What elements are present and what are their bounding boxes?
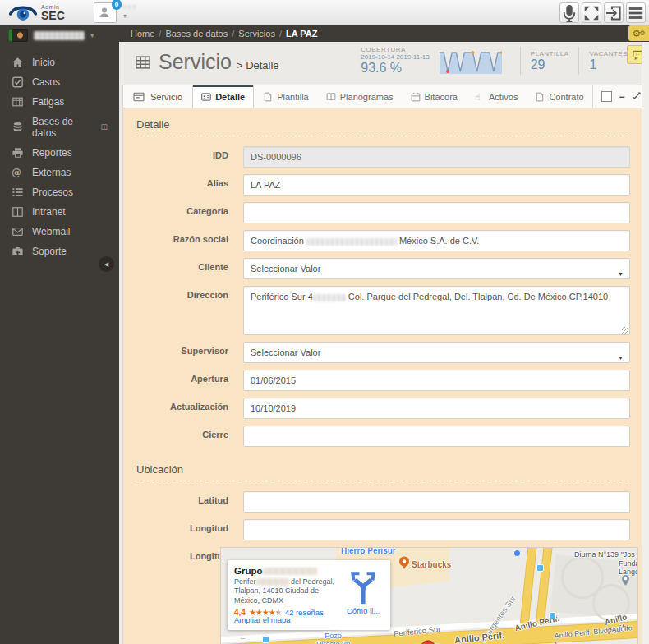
panel-tabbar: Servicio DetallePlantillaPlanogramasBitá… bbox=[123, 85, 642, 108]
tabs: DetallePlantillaPlanogramasBitácora☝Acti… bbox=[192, 85, 591, 108]
field-control: LA PAZ bbox=[243, 174, 630, 196]
table-grid-icon bbox=[134, 54, 152, 71]
checkbox-control[interactable] bbox=[601, 91, 612, 102]
tab-planogramas[interactable]: Planogramas bbox=[317, 85, 402, 108]
field-supervisor-select[interactable]: Seleccionar Valor▼ bbox=[243, 342, 630, 363]
field-control: DS-0000096 bbox=[243, 146, 630, 168]
expand-plus-icon: ⊞ bbox=[101, 123, 108, 131]
person-icon bbox=[98, 6, 111, 19]
field-control: Periférico Sur 4 Col. Parque del Pedrega… bbox=[243, 286, 630, 335]
minimize-panel-icon[interactable]: − bbox=[619, 91, 625, 103]
sidebar-item-fatigas[interactable]: Fatigas bbox=[0, 92, 119, 112]
field-actualizacion-input[interactable]: 10/10/2019 bbox=[243, 398, 630, 419]
sidebar-item-externas[interactable]: @Externas bbox=[0, 163, 119, 182]
user-menu-toggle[interactable]: ▾ bbox=[123, 5, 136, 21]
tab-contrato[interactable]: Contrato bbox=[526, 85, 591, 108]
field-label: Cliente bbox=[136, 258, 243, 279]
location-map[interactable]: ←←←→←Hierro PerisurStarbucksDiurna N°139… bbox=[220, 547, 638, 644]
directions-button[interactable]: Cómo ll... bbox=[344, 568, 382, 615]
breadcrumb-link[interactable]: Bases de datos bbox=[165, 29, 228, 39]
breadcrumb-link[interactable]: Home bbox=[131, 29, 154, 39]
resize-handle-icon[interactable] bbox=[622, 327, 628, 334]
form-row: Razón socialCoordinación México S.A. de … bbox=[136, 230, 630, 251]
menu-button[interactable] bbox=[626, 2, 646, 23]
table-icon bbox=[12, 96, 24, 108]
breadcrumb-link[interactable]: Servicios bbox=[238, 29, 275, 39]
expand-icon bbox=[582, 4, 601, 22]
notifications-avatar-button[interactable]: 0 bbox=[94, 2, 117, 23]
tab-bitácora[interactable]: Bitácora bbox=[402, 85, 466, 108]
sidebar-item-label: Reportes bbox=[32, 147, 72, 159]
field-control bbox=[243, 202, 630, 223]
sidebar-item-procesos[interactable]: Procesos bbox=[0, 182, 119, 202]
sidebar-item-bases-de-datos[interactable]: Bases de datos⊞ bbox=[0, 112, 119, 143]
field-direccion-textarea[interactable]: Periférico Sur 4 Col. Parque del Pedrega… bbox=[243, 286, 630, 335]
stat-cobertura: COBERTURA 2019-10-14 2019-11-13 93.6 % bbox=[361, 46, 429, 76]
sidebar-item-reportes[interactable]: Reportes bbox=[0, 143, 119, 163]
at-icon: @ bbox=[12, 167, 24, 178]
field-razon-social-input[interactable]: Coordinación México S.A. de C.V. bbox=[243, 230, 630, 251]
chevron-left-icon: ◀ bbox=[104, 261, 108, 268]
section-title: Detalle bbox=[136, 108, 630, 131]
page-scrollbar[interactable] bbox=[642, 42, 649, 644]
funda-pin[interactable] bbox=[621, 574, 630, 586]
medkit-icon bbox=[12, 246, 24, 257]
stat-value: 93.6 % bbox=[361, 61, 429, 76]
transit-icon[interactable] bbox=[513, 550, 521, 557]
field-label: Longitud bbox=[136, 519, 243, 540]
sidebar-item-intranet[interactable]: Intranet bbox=[0, 202, 119, 222]
tab-plantilla[interactable]: Plantilla bbox=[254, 85, 317, 108]
sidebar-item-inicio[interactable]: Inicio bbox=[0, 53, 119, 72]
value-text: México S.A. de C.V. bbox=[397, 236, 479, 246]
map-label: Diurna N°139 "Jos bbox=[574, 550, 635, 559]
tab-detalle[interactable]: Detalle bbox=[192, 85, 254, 108]
field-label: Razón social bbox=[136, 230, 243, 251]
transit-icon[interactable] bbox=[549, 612, 556, 619]
sidebar-item-label: Casos bbox=[32, 76, 60, 88]
sidebar-item-webmail[interactable]: Webmail bbox=[0, 222, 119, 242]
field-label: Categoría bbox=[136, 202, 243, 223]
sidebar-item-label: Webmail bbox=[32, 226, 70, 237]
field-apertura-input[interactable]: 01/06/2015 bbox=[243, 370, 630, 391]
tab-label: Detalle bbox=[215, 92, 245, 102]
field-cierre-input[interactable] bbox=[243, 426, 630, 447]
card-icon bbox=[201, 92, 211, 102]
value-text: Col. Parque del Pedregal, Del. Tlalpan, … bbox=[346, 292, 608, 301]
grupo-marker[interactable] bbox=[420, 640, 436, 644]
breadcrumb-current: LA PAZ bbox=[286, 29, 318, 39]
stat-label: COBERTURA bbox=[361, 46, 429, 53]
page-subtitle: > Detalle bbox=[237, 59, 279, 71]
expand-panel-icon[interactable] bbox=[633, 91, 642, 102]
form-row: Categoría bbox=[136, 202, 630, 223]
main-content: Servicio > Detalle COBERTURA 2019-10-14 … bbox=[119, 42, 649, 644]
sidebar-user[interactable]: ▾ bbox=[0, 25, 119, 46]
starbucks-pin[interactable] bbox=[398, 556, 410, 571]
microphone-icon bbox=[560, 4, 578, 22]
transit-icon[interactable] bbox=[536, 564, 544, 572]
sign-out-button[interactable] bbox=[604, 2, 624, 23]
divider bbox=[578, 47, 579, 75]
enlarge-map-link[interactable]: Ampliar el mapa bbox=[234, 615, 291, 624]
field-idd-input: DS-0000096 bbox=[243, 146, 630, 168]
field-alias-input[interactable]: LA PAZ bbox=[243, 174, 630, 196]
form-body: DetalleIDDDS-0000096AliasLA PAZCategoría… bbox=[123, 108, 642, 644]
home-icon bbox=[12, 57, 24, 68]
expand-button[interactable] bbox=[582, 2, 601, 23]
field-categoria-input[interactable] bbox=[243, 202, 630, 223]
field-cliente-select[interactable]: Seleccionar Valor▼ bbox=[243, 258, 630, 279]
sidebar-collapse-button[interactable]: ◀ bbox=[99, 256, 114, 272]
field-longitud-input[interactable] bbox=[243, 519, 630, 540]
settings-button[interactable]: ⚙⚙ bbox=[628, 25, 649, 41]
section-divider bbox=[136, 136, 630, 136]
microphone-button[interactable] bbox=[559, 2, 579, 23]
sidebar-item-casos[interactable]: Casos bbox=[0, 72, 119, 92]
tab-activos[interactable]: ☝Activos bbox=[466, 85, 526, 108]
value-text: Perifer bbox=[234, 577, 256, 586]
stat-plantilla: PLANTILLA 29 bbox=[531, 50, 569, 72]
transit-icon[interactable] bbox=[262, 636, 269, 643]
chevron-down-icon: ▾ bbox=[90, 31, 94, 39]
admin-sec-app: { "topbar":{ "logo_line1":"Admin","logo_… bbox=[0, 0, 649, 644]
check-square-icon bbox=[12, 76, 24, 88]
sidebar: ▾ InicioCasosFatigasBases de datos⊞Repor… bbox=[0, 25, 119, 644]
field-latitud-input[interactable] bbox=[243, 491, 630, 513]
